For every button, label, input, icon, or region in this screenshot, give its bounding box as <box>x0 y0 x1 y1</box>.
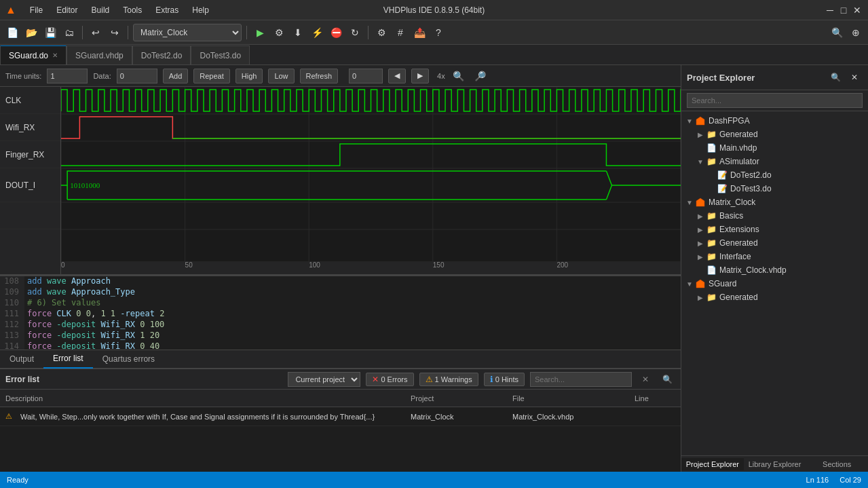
pe-search-icon[interactable]: 🔍 <box>827 69 844 86</box>
menu-item-extras[interactable]: Extras <box>149 3 185 18</box>
tree-icon-dashfpga <box>695 115 706 126</box>
zoom-out-icon[interactable]: 🔎 <box>472 68 489 84</box>
pe-close-icon[interactable]: ✕ <box>846 69 863 86</box>
tree-item-matrix-interface[interactable]: ▶📁Interface <box>681 250 868 263</box>
tree-arrow-matrix-basics[interactable]: ▶ <box>695 212 706 220</box>
tab-DoTest3-do[interactable]: DoTest3.do <box>191 45 250 64</box>
tree-item-matrix-extensions[interactable]: ▶📁Extensions <box>681 223 868 236</box>
refresh-wave-button[interactable]: Refresh <box>300 69 339 83</box>
titlebar: ▲ FileEditorBuildToolsExtrasHelp VHDPlus… <box>0 0 868 20</box>
high-button[interactable]: High <box>235 69 263 83</box>
warnings-badge[interactable]: ⚠ 1 Warnings <box>419 373 478 386</box>
compile-icon[interactable]: ⚡ <box>309 24 325 41</box>
search-icon[interactable]: 🔍 <box>829 24 845 41</box>
project-dropdown[interactable]: Matrix_Clock <box>133 24 242 41</box>
tab-SGuard-vhdp[interactable]: SGuard.vhdp <box>67 45 132 64</box>
build-icon[interactable]: ⚙ <box>271 24 287 41</box>
tab-DoTest2-do[interactable]: DoTest2.do <box>132 45 191 64</box>
save-all-icon[interactable]: 🗂 <box>61 24 77 41</box>
repeat-button[interactable]: Repeat <box>193 69 229 83</box>
tree-item-dashfpga[interactable]: ▼DashFPGA <box>681 114 868 128</box>
tree-arrow-matrix-clock[interactable]: ▼ <box>684 199 695 206</box>
project-explorer-panel: Project Explorer 🔍 ✕ ▼DashFPGA▶📁Generate… <box>681 65 868 472</box>
signal-dout-i: DOUT_I <box>0 168 60 202</box>
tab-close-0[interactable]: ✕ <box>52 52 58 59</box>
footer-tab-project-explorer[interactable]: Project Explorer <box>681 458 744 470</box>
tree-arrow-dashfpga-generated[interactable]: ▶ <box>695 131 706 138</box>
refresh-icon[interactable]: ↻ <box>347 24 363 41</box>
tree-item-matrix-vhdp[interactable]: 📄Matrix_Clock.vhdp <box>681 263 868 277</box>
tree-icon-matrix-extensions: 📁 <box>706 224 717 235</box>
tree-item-asimulator-dotest3[interactable]: 📝DoTest3.do <box>681 182 868 195</box>
settings-icon[interactable]: ⚙ <box>373 24 390 41</box>
project-filter-select[interactable]: Current project All projects <box>288 372 360 387</box>
code-editor[interactable]: 108add wave Approach109add wave Approach… <box>0 276 681 350</box>
tree-item-matrix-clock[interactable]: ▼Matrix_Clock <box>681 195 868 209</box>
tree-item-dashfpga-main[interactable]: 📄Main.vhdp <box>681 141 868 155</box>
tree-item-sguard-generated[interactable]: ▶📁Generated <box>681 290 868 304</box>
open-file-icon[interactable]: 📂 <box>23 24 39 41</box>
tree-item-matrix-generated[interactable]: ▶📁Generated <box>681 236 868 250</box>
redo-icon[interactable]: ↪ <box>107 24 123 41</box>
tree-item-matrix-basics[interactable]: ▶📁Basics <box>681 209 868 223</box>
footer-tab-sections[interactable]: Sections <box>806 458 868 470</box>
clear-search-icon[interactable]: ✕ <box>637 371 654 388</box>
tree-item-dashfpga-generated[interactable]: ▶📁Generated <box>681 128 868 141</box>
zoom-in-icon[interactable]: 🔍 <box>451 68 467 84</box>
run-icon[interactable]: ▶ <box>252 24 268 41</box>
code-line-111: 111force CLK 0 0, 1 1 -repeat 2 <box>0 309 681 320</box>
zoom-icon[interactable]: ⊕ <box>848 24 864 41</box>
pe-search-input[interactable] <box>687 93 863 108</box>
errors-badge[interactable]: ✕ 0 Errors <box>366 373 413 386</box>
tree-item-asimulator[interactable]: ▼📁ASimulator <box>681 155 868 168</box>
tab-SGuard-do[interactable]: SGuard.do✕ <box>0 45 67 64</box>
tree-label-matrix-extensions: Extensions <box>719 225 759 234</box>
error-search-input[interactable] <box>530 372 632 387</box>
tab-output[interactable]: Output <box>0 350 43 369</box>
hints-badge[interactable]: ℹ 0 Hints <box>484 373 525 386</box>
tree-item-asimulator-dotest2[interactable]: 📝DoTest2.do <box>681 168 868 182</box>
bottom-tab-bar: Output Error list Quartus errors <box>0 350 681 369</box>
menu-item-file[interactable]: File <box>23 3 50 18</box>
error-file-0: Matrix_Clock.vhdp <box>512 413 635 421</box>
time-units-input[interactable] <box>47 69 88 83</box>
menu-item-tools[interactable]: Tools <box>116 3 149 18</box>
tree-arrow-matrix-extensions[interactable]: ▶ <box>695 226 706 233</box>
minimize-button[interactable]: ─ <box>825 5 835 16</box>
tree-arrow-matrix-interface[interactable]: ▶ <box>695 253 706 261</box>
new-file-icon[interactable]: 📄 <box>4 24 20 41</box>
data-value-input[interactable] <box>117 69 157 83</box>
error-search-icon[interactable]: 🔍 <box>659 371 675 388</box>
next-button[interactable]: ▶ <box>411 69 429 83</box>
tree-arrow-asimulator[interactable]: ▼ <box>695 158 706 166</box>
download-icon[interactable]: ⬇ <box>290 24 306 41</box>
status-col: Col 29 <box>839 476 861 484</box>
undo-icon[interactable]: ↩ <box>88 24 104 41</box>
tree-item-sguard[interactable]: ▼SGuard <box>681 277 868 290</box>
tree-arrow-sguard[interactable]: ▼ <box>684 280 695 288</box>
wave-and-code: Time units: Data: Add Repeat High Low Re… <box>0 65 681 350</box>
add-button[interactable]: Add <box>163 69 189 83</box>
line-content-113: force -deposit Wifi_RX 1 20 <box>24 331 159 341</box>
maximize-button[interactable]: □ <box>838 5 849 16</box>
tab-error-list[interactable]: Error list <box>43 350 93 369</box>
export-icon[interactable]: 📤 <box>411 24 428 41</box>
menu-item-build[interactable]: Build <box>85 3 117 18</box>
stop-icon[interactable]: ⛔ <box>328 24 344 41</box>
save-icon[interactable]: 💾 <box>42 24 58 41</box>
error-row-0[interactable]: ⚠ Wait, While, Step...only work together… <box>0 407 681 426</box>
menu-item-help[interactable]: Help <box>185 3 216 18</box>
help-icon[interactable]: ? <box>430 24 447 41</box>
terminal-icon[interactable]: # <box>392 24 409 41</box>
tree-arrow-dashfpga[interactable]: ▼ <box>684 117 695 125</box>
waveform-canvas-area[interactable] <box>61 87 681 261</box>
prev-button[interactable]: ◀ <box>388 69 406 83</box>
tab-quartus[interactable]: Quartus errors <box>93 350 164 369</box>
scroll-value-input[interactable] <box>349 69 383 83</box>
tree-arrow-matrix-generated[interactable]: ▶ <box>695 240 706 247</box>
tree-arrow-sguard-generated[interactable]: ▶ <box>695 294 706 301</box>
menu-item-editor[interactable]: Editor <box>50 3 84 18</box>
low-button[interactable]: Low <box>268 69 294 83</box>
close-button[interactable]: ✕ <box>852 5 863 16</box>
footer-tab-library-explorer[interactable]: Library Explorer <box>744 458 806 470</box>
